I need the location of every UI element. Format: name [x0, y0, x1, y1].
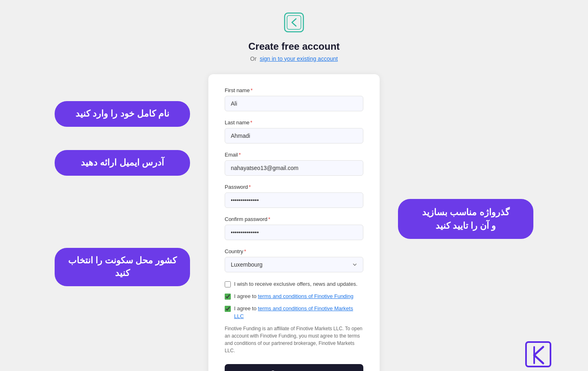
annotation-password: گذرواژه مناسب بسازید و آن را تایید کنید — [398, 199, 533, 239]
terms-link-1[interactable]: terms and conditions of Finotive Funding — [258, 293, 354, 299]
email-label: Email* — [225, 152, 363, 158]
checkbox3-group: I agree to terms and conditions of Finot… — [225, 305, 363, 320]
country-label: Country* — [225, 248, 363, 254]
create-account-button[interactable]: Create account — [225, 364, 363, 371]
page-container: Create free account Or sign in to your e… — [0, 0, 588, 371]
disclaimer-text: Finotive Funding is an affiliate of Fino… — [225, 325, 363, 354]
email-group: Email* — [225, 152, 363, 176]
svg-rect-1 — [287, 15, 301, 29]
logo-icon — [284, 12, 304, 33]
last-name-group: Last name* — [225, 119, 363, 144]
svg-rect-0 — [285, 13, 303, 32]
last-name-label: Last name* — [225, 119, 363, 126]
password-group: Password* — [225, 184, 363, 208]
first-name-group: First name* — [225, 87, 363, 111]
checkbox3-label[interactable]: I agree to terms and conditions of Finot… — [234, 305, 363, 320]
logo-wrapper — [284, 12, 304, 34]
bottom-right-decorative-icon — [523, 339, 555, 371]
checkbox2-label[interactable]: I agree to terms and conditions of Finot… — [234, 293, 354, 300]
subtitle-prefix: Or — [250, 55, 257, 62]
checkbox1-input[interactable] — [225, 281, 231, 287]
annotation-country: کشور محل سکونت را انتخاب کنید — [55, 248, 190, 286]
first-name-label: First name* — [225, 87, 363, 93]
checkbox1-group: I wish to receive exclusive offers, news… — [225, 280, 363, 288]
page-subtitle: Or sign in to your existing account — [250, 55, 338, 62]
checkbox2-input[interactable] — [225, 294, 231, 300]
annotation-email: آدرس ایمیل ارائه دهید — [55, 150, 190, 176]
email-input[interactable] — [225, 160, 363, 176]
first-name-input[interactable] — [225, 96, 363, 111]
checkbox3-input[interactable] — [225, 306, 231, 312]
checkbox1-label[interactable]: I wish to receive exclusive offers, news… — [234, 280, 358, 288]
confirm-password-label: Confirm password* — [225, 216, 363, 222]
last-name-input[interactable] — [225, 128, 363, 144]
signin-link[interactable]: sign in to your existing account — [260, 55, 338, 62]
page-title: Create free account — [248, 41, 340, 52]
country-group: Country* Luxembourg France Germany Unite… — [225, 248, 363, 272]
svg-rect-2 — [526, 342, 550, 367]
password-input[interactable] — [225, 192, 363, 208]
checkbox2-group: I agree to terms and conditions of Finot… — [225, 293, 363, 300]
password-label: Password* — [225, 184, 363, 190]
form-card: First name* Last name* Email* Password* — [208, 74, 380, 371]
annotation-full-name: نام کامل خود را وارد کنید — [55, 101, 190, 127]
annotation-password-line2: و آن را تایید کنید — [435, 221, 496, 231]
annotation-password-line1: گذرواژه مناسب بسازید — [422, 207, 509, 217]
country-select[interactable]: Luxembourg France Germany United Kingdom… — [225, 257, 363, 272]
confirm-password-group: Confirm password* — [225, 216, 363, 240]
confirm-password-input[interactable] — [225, 225, 363, 240]
